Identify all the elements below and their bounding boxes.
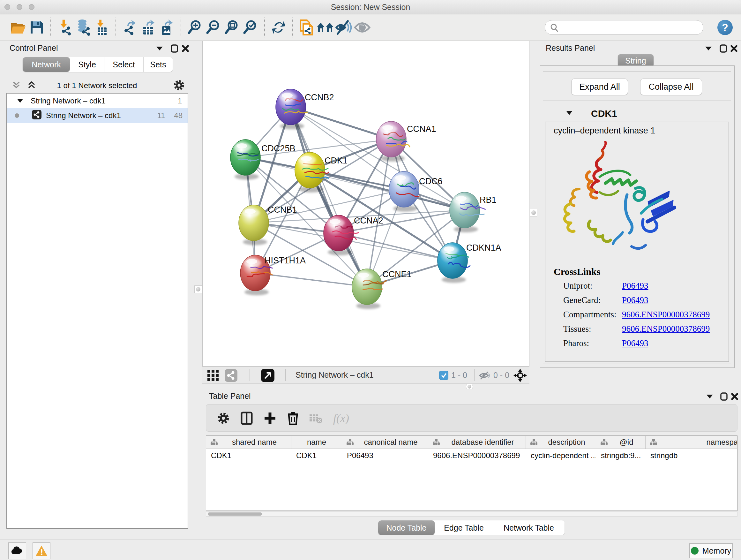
- table-horizontal-scrollbar[interactable]: [206, 511, 738, 516]
- node-CCNB1[interactable]: [239, 205, 269, 245]
- tab-select[interactable]: Select: [105, 57, 144, 72]
- horizontal-splitter[interactable]: [202, 384, 741, 389]
- zoom-in-icon[interactable]: [186, 18, 204, 37]
- search-icon: [550, 23, 559, 34]
- column-header-@id[interactable]: @id: [596, 436, 646, 449]
- network-tree-item-row[interactable]: String Network – cdk1 11 48: [7, 108, 188, 123]
- tab-style[interactable]: Style: [70, 57, 105, 72]
- column-header-canonical-name[interactable]: canonical name: [342, 436, 428, 449]
- network-options-gear-icon[interactable]: [172, 78, 186, 93]
- node-CDK1[interactable]: [295, 152, 329, 192]
- panel-float-icon[interactable]: [720, 392, 728, 402]
- hidden-elements-eye-icon: [479, 371, 491, 381]
- edge-CCNB2-CCNA1[interactable]: [291, 107, 391, 139]
- node-CDC25B[interactable]: [230, 139, 260, 180]
- panel-float-icon[interactable]: [171, 44, 179, 54]
- panel-float-icon[interactable]: [719, 44, 728, 54]
- crosslink-link[interactable]: 9606.ENSP00000378699: [622, 324, 710, 334]
- birds-eye-view-icon[interactable]: [207, 370, 219, 382]
- tab-edge-table[interactable]: Edge Table: [435, 520, 493, 535]
- crosslink-link[interactable]: P06493: [622, 281, 649, 291]
- node-CCNA2[interactable]: [324, 215, 358, 255]
- collapse-all-button[interactable]: Collapse All: [640, 78, 702, 95]
- clone-network-icon[interactable]: [297, 18, 316, 37]
- table-header-row: shared namenamecanonical namedatabase id…: [206, 436, 738, 449]
- memory-button[interactable]: Memory: [689, 543, 733, 558]
- crosslink-link[interactable]: P06493: [622, 295, 649, 305]
- vertical-splitter-left[interactable]: [194, 41, 202, 389]
- selected-indicator-checkbox[interactable]: [439, 371, 448, 380]
- select-first-neighbors-icon[interactable]: [316, 18, 334, 37]
- save-session-icon[interactable]: [27, 18, 46, 37]
- open-view-in-window-icon[interactable]: [261, 369, 274, 383]
- vertical-splitter-right[interactable]: [529, 41, 537, 384]
- node-CDKN1A[interactable]: [437, 243, 470, 283]
- search-input[interactable]: [545, 20, 703, 35]
- import-network-from-file-icon[interactable]: [56, 18, 74, 37]
- edge-CCNA2-CDKN1A[interactable]: [339, 233, 453, 260]
- show-graphics-details-icon[interactable]: [353, 18, 372, 37]
- warnings-button[interactable]: [32, 543, 51, 559]
- tree-expand-arrow-icon[interactable]: [17, 97, 23, 105]
- cloud-status-button[interactable]: [8, 543, 26, 559]
- column-header-namespace[interactable]: namespace: [646, 436, 738, 449]
- network-tree-root-row[interactable]: String Network – cdk1 1: [7, 94, 188, 108]
- table-cell[interactable]: 9606.ENSP00000378699: [428, 449, 526, 462]
- table-panel: Table Panel f(x) shared namenamecanonica…: [202, 389, 741, 535]
- help-button[interactable]: ?: [718, 20, 733, 35]
- splitter-handle[interactable]: [194, 286, 202, 293]
- table-cell[interactable]: stringdb: [646, 449, 738, 462]
- panel-collapse-icon[interactable]: [156, 46, 163, 52]
- column-header-name[interactable]: name: [291, 436, 342, 449]
- table-settings-gear-icon[interactable]: [215, 410, 232, 427]
- expand-all-button[interactable]: Expand All: [571, 78, 628, 95]
- column-header-shared-name[interactable]: shared name: [206, 436, 291, 449]
- export-network-icon[interactable]: [121, 18, 139, 37]
- zoom-selected-icon[interactable]: [241, 18, 260, 37]
- table-cell[interactable]: stringdb:9...: [596, 449, 646, 462]
- tab-network-table[interactable]: Network Table: [493, 520, 564, 535]
- protein-section-header[interactable]: CDK1: [543, 105, 731, 122]
- column-header-database-identifier[interactable]: database identifier: [428, 436, 526, 449]
- table-row[interactable]: CDK1CDK1P064939606.ENSP00000378699cyclin…: [206, 449, 738, 462]
- open-session-icon[interactable]: [9, 18, 27, 37]
- table-cell[interactable]: cyclin-dependent ...: [526, 449, 596, 462]
- network-canvas[interactable]: CCNB2CCNA1CDC25BCDK1CDC6RB1CCNB1CCNA2CDK…: [203, 41, 529, 366]
- apply-preferred-layout-icon[interactable]: [269, 18, 288, 37]
- tab-sets[interactable]: Sets: [144, 57, 173, 72]
- table-cell[interactable]: P06493: [342, 449, 428, 462]
- main-toolbar: ?: [0, 14, 741, 41]
- protein-details: cyclin–dependent kinase 1: [545, 122, 729, 362]
- panel-close-icon[interactable]: [181, 44, 190, 54]
- tab-node-table[interactable]: Node Table: [378, 520, 435, 535]
- panel-collapse-icon[interactable]: [704, 46, 712, 52]
- network-overview-icon[interactable]: [225, 369, 238, 383]
- node-CCNB2[interactable]: [276, 89, 308, 129]
- import-network-from-database-icon[interactable]: [74, 18, 92, 37]
- export-image-icon[interactable]: [158, 18, 176, 37]
- section-collapse-arrow-icon[interactable]: [565, 110, 573, 117]
- import-table-from-file-icon[interactable]: [92, 18, 111, 37]
- export-table-icon[interactable]: [139, 18, 158, 37]
- add-column-icon[interactable]: [262, 410, 278, 427]
- memory-status-dot: [691, 547, 698, 555]
- hide-selection-icon[interactable]: [334, 18, 353, 37]
- panel-collapse-icon[interactable]: [706, 394, 714, 400]
- scrollbar-thumb[interactable]: [208, 512, 262, 516]
- zoom-out-icon[interactable]: [204, 18, 223, 37]
- table-cell[interactable]: CDK1: [206, 449, 291, 462]
- results-tab-string[interactable]: String: [618, 54, 654, 67]
- column-header-description[interactable]: description: [526, 436, 596, 449]
- node-label-RB1: RB1: [480, 195, 496, 205]
- show-columns-icon[interactable]: [239, 410, 255, 427]
- crosslink-link[interactable]: P06493: [622, 338, 649, 348]
- table-cell[interactable]: CDK1: [291, 449, 342, 462]
- crosslink-link[interactable]: 9606.ENSP00000378699: [622, 310, 710, 320]
- panel-close-icon[interactable]: [731, 392, 739, 402]
- zoom-fit-content-icon[interactable]: [223, 18, 241, 37]
- tab-network[interactable]: Network: [23, 57, 70, 72]
- panel-close-icon[interactable]: [730, 44, 738, 54]
- pan-crosshair-icon[interactable]: [513, 368, 527, 384]
- delete-column-icon[interactable]: [285, 410, 301, 427]
- splitter-handle[interactable]: [530, 209, 537, 216]
